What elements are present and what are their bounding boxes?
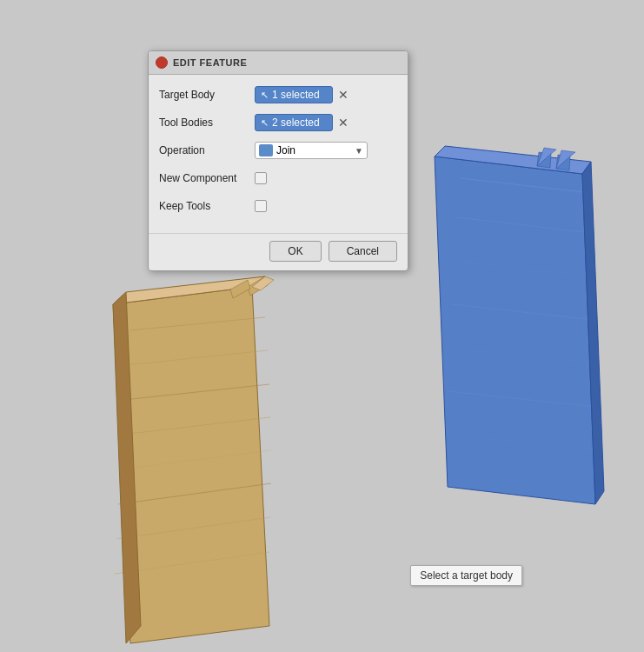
edit-feature-dialog: EDIT FEATURE Target Body ↖ 1 selected ✕ … (148, 50, 408, 271)
dialog-close-button[interactable] (156, 57, 168, 69)
svg-line-18 (452, 304, 594, 320)
svg-marker-22 (435, 146, 591, 174)
svg-line-19 (450, 348, 594, 363)
new-component-row: New Component (159, 167, 397, 190)
tooltip: Select a target body (410, 565, 522, 586)
svg-line-6 (118, 483, 271, 504)
keep-tools-row: Keep Tools (159, 195, 397, 217)
svg-line-4 (122, 417, 270, 435)
dropdown-arrow-icon: ▼ (355, 146, 363, 156)
svg-line-20 (448, 391, 595, 407)
svg-line-2 (126, 350, 268, 365)
svg-line-5 (120, 450, 271, 469)
operation-dropdown[interactable]: Join ▼ (255, 142, 368, 159)
tool-bodies-clear-button[interactable]: ✕ (338, 116, 349, 129)
join-icon (259, 144, 273, 156)
svg-line-15 (461, 178, 591, 193)
svg-marker-11 (248, 276, 268, 296)
svg-line-3 (123, 384, 269, 400)
operation-label: Operation (159, 144, 255, 156)
tool-bodies-row: Tool Bodies ↖ 2 selected ✕ (159, 111, 397, 134)
operation-row: Operation Join ▼ (159, 139, 397, 162)
dialog-body: Target Body ↖ 1 selected ✕ Tool Bodies ↖… (149, 75, 408, 233)
svg-line-7 (116, 517, 270, 539)
cancel-button[interactable]: Cancel (329, 241, 397, 262)
dialog-title: EDIT FEATURE (173, 57, 247, 68)
svg-marker-10 (113, 292, 141, 643)
new-component-checkbox[interactable] (255, 172, 267, 184)
dialog-footer: OK Cancel (149, 233, 408, 270)
svg-line-8 (115, 552, 269, 574)
target-body-field[interactable]: ↖ 1 selected (255, 86, 333, 103)
keep-tools-label: Keep Tools (159, 200, 255, 212)
svg-marker-13 (230, 280, 250, 298)
operation-value: Join (276, 144, 295, 156)
target-body-label: Target Body (159, 89, 255, 101)
dialog-titlebar: EDIT FEATURE (149, 51, 408, 75)
ok-button[interactable]: OK (269, 241, 321, 262)
tool-bodies-value: 2 selected (272, 116, 320, 129)
svg-line-17 (454, 261, 594, 276)
tool-bodies-field[interactable]: ↖ 2 selected (255, 114, 333, 131)
svg-line-21 (447, 435, 595, 450)
svg-marker-23 (582, 162, 604, 504)
tool-bodies-label: Tool Bodies (159, 116, 255, 129)
tooltip-text: Select a target body (420, 569, 513, 582)
cursor-icon: ↖ (261, 90, 269, 101)
svg-marker-14 (435, 156, 595, 504)
svg-marker-0 (113, 287, 269, 643)
target-body-clear-button[interactable]: ✕ (338, 89, 349, 101)
svg-marker-24 (556, 155, 570, 170)
svg-marker-12 (252, 276, 274, 290)
keep-tools-checkbox[interactable] (255, 200, 267, 212)
target-body-value: 1 selected (272, 89, 320, 101)
svg-line-1 (130, 317, 265, 330)
svg-marker-27 (537, 148, 556, 166)
svg-line-16 (456, 217, 593, 233)
new-component-label: New Component (159, 172, 255, 184)
svg-marker-9 (113, 276, 265, 304)
svg-marker-26 (537, 152, 551, 168)
svg-marker-25 (556, 150, 575, 169)
target-body-row: Target Body ↖ 1 selected ✕ (159, 83, 397, 106)
cursor-icon-2: ↖ (261, 117, 269, 129)
